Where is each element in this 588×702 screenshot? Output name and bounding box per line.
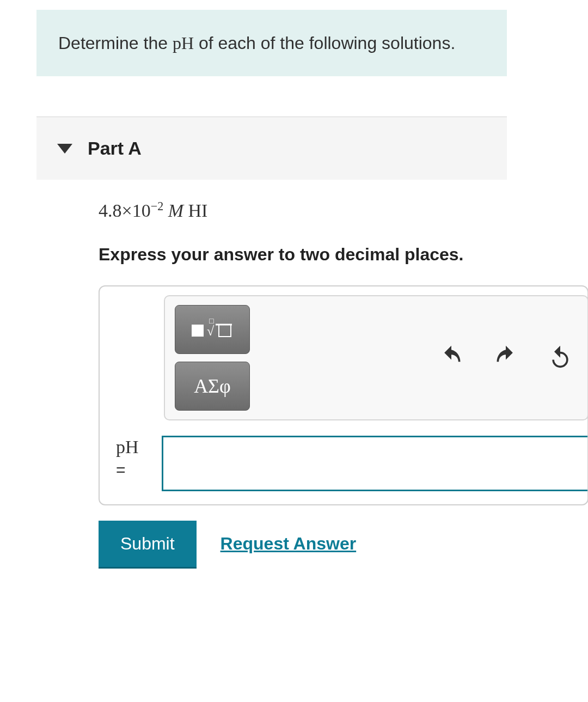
redo-button[interactable] bbox=[494, 345, 518, 371]
answer-label-var: pH bbox=[116, 437, 139, 457]
formula-molarity: M bbox=[168, 201, 183, 221]
templates-icon: □ √ bbox=[191, 314, 234, 345]
formula-times: × bbox=[122, 201, 132, 221]
part-formula: 4.8×10−2 M HI bbox=[99, 199, 554, 221]
svg-rect-0 bbox=[192, 325, 204, 337]
caret-down-icon bbox=[57, 144, 72, 154]
formula-base: 10 bbox=[132, 201, 151, 221]
answer-instruction: Express your answer to two decimal place… bbox=[99, 245, 554, 265]
svg-text:√: √ bbox=[207, 324, 215, 338]
request-answer-link[interactable]: Request Answer bbox=[220, 534, 357, 554]
formula-compound: HI bbox=[183, 201, 207, 221]
formula-exponent: −2 bbox=[151, 199, 164, 213]
undo-icon bbox=[439, 345, 463, 369]
formula-space bbox=[163, 201, 168, 221]
answer-input[interactable] bbox=[162, 436, 587, 491]
reset-icon bbox=[548, 345, 572, 369]
undo-button[interactable] bbox=[439, 345, 463, 371]
question-prompt: Determine the pH of each of the followin… bbox=[36, 10, 507, 76]
prompt-ph-var: pH bbox=[173, 33, 194, 53]
part-header[interactable]: Part A bbox=[36, 117, 507, 180]
svg-rect-3 bbox=[219, 325, 231, 337]
greek-letters-button[interactable]: ΑΣφ bbox=[175, 362, 250, 411]
formula-coefficient: 4.8 bbox=[99, 201, 122, 221]
templates-button[interactable]: □ √ bbox=[175, 305, 250, 354]
submit-button[interactable]: Submit bbox=[99, 521, 197, 567]
greek-letters-icon: ΑΣφ bbox=[194, 375, 231, 398]
prompt-prefix: Determine the bbox=[58, 33, 173, 53]
answer-label: pH = bbox=[116, 436, 162, 480]
part-title: Part A bbox=[88, 138, 142, 159]
answer-label-eq: = bbox=[116, 460, 162, 480]
redo-icon bbox=[494, 345, 518, 369]
reset-button[interactable] bbox=[548, 345, 572, 371]
prompt-suffix: of each of the following solutions. bbox=[194, 33, 455, 53]
equation-toolbar: □ √ ΑΣφ bbox=[164, 295, 588, 420]
answer-box: □ √ ΑΣφ bbox=[99, 285, 588, 505]
